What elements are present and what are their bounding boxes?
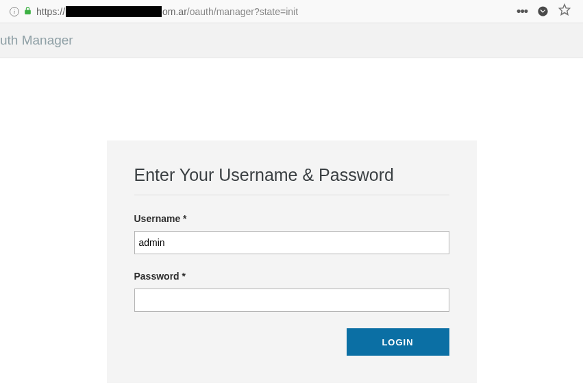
url-domain-suffix: om.ar [162,6,187,17]
url-text: https://om.ar/oauth/manager?state=init [36,6,298,17]
url-area[interactable]: i https://om.ar/oauth/manager?state=init [5,6,517,17]
info-icon[interactable]: i [10,7,19,16]
card-title: Enter Your Username & Password [134,165,449,195]
page-title: uth Manager [0,33,73,48]
browser-actions: ••• [517,3,578,19]
pocket-icon[interactable] [537,5,549,17]
page-actions-icon[interactable]: ••• [517,4,528,19]
svg-marker-0 [560,5,570,15]
bookmark-star-icon[interactable] [558,3,571,19]
username-input[interactable] [134,231,449,254]
login-button[interactable]: LOGIN [347,328,449,356]
lock-icon [23,6,32,17]
username-label: Username * [134,213,449,224]
url-path: /oauth/manager?state=init [187,6,298,17]
password-label: Password * [134,271,449,282]
page-header: uth Manager [0,23,583,58]
url-redacted [66,6,162,17]
browser-address-bar: i https://om.ar/oauth/manager?state=init… [0,0,583,23]
login-card: Enter Your Username & Password Username … [107,140,477,383]
url-prefix: https:// [36,6,65,17]
password-input[interactable] [134,289,449,312]
